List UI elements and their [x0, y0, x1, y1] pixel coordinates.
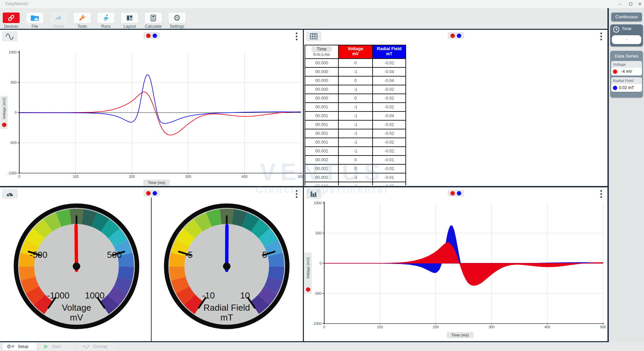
panel-menu-button[interactable] [599, 190, 603, 198]
bar-chart-icon [309, 190, 318, 198]
svg-text:400: 400 [544, 325, 550, 329]
svg-text:10: 10 [240, 290, 250, 301]
share-button[interactable]: Share [47, 13, 70, 29]
area-graph-plot-area[interactable]: 10005000-500-10000100200300400500 [304, 187, 607, 341]
table-cell: 00.001 [305, 112, 339, 121]
layout-button[interactable]: Layout [118, 13, 141, 29]
overlay-button[interactable]: Overlay [78, 343, 116, 350]
setup-button[interactable]: ⚙⚙ Setup [3, 343, 37, 350]
table-cell: 00.001 [305, 129, 339, 138]
panel-data-table: Timeh:m:s.msVoltagemVRadial FieldmT00.00… [304, 30, 607, 186]
data-series-item-voltage[interactable]: Voltage -4 mV [611, 61, 642, 76]
table-cell: 0 [339, 165, 373, 173]
graph-type-button[interactable] [2, 31, 18, 41]
svg-text:500: 500 [600, 325, 606, 329]
table-cell: -0.02 [373, 103, 405, 112]
table-row: 00.0020-0.02 [305, 165, 405, 173]
runs-label: Runs [94, 24, 118, 29]
table-column-time-header[interactable]: Timeh:m:s.ms [305, 45, 339, 59]
voltage-series-dot-icon [146, 34, 151, 38]
maximize-button[interactable] [625, 0, 636, 8]
devices-label: Devices [0, 24, 23, 29]
table-cell: 00.001 [305, 121, 339, 129]
svg-text:-500: -500 [9, 141, 17, 145]
table-row: 00.002-1-0.01 [305, 173, 405, 182]
table-column-radial-field-header[interactable]: Radial FieldmT [373, 45, 405, 59]
table-row: 00.0000-0.02 [305, 94, 405, 103]
y-axis-title: Voltage (mV) [0, 96, 8, 129]
panel-menu-button[interactable] [295, 33, 298, 40]
radial-field-series-dot-icon [457, 191, 461, 195]
table-cell: 00.000 [305, 68, 339, 77]
table-row: 00.0000-0.04 [305, 77, 405, 85]
svg-text:500: 500 [315, 231, 321, 235]
svg-text:300: 300 [185, 174, 191, 179]
bar-graph-type-button[interactable] [306, 189, 321, 199]
series-visibility-button[interactable] [448, 190, 464, 197]
panel-menu-button[interactable] [599, 33, 603, 40]
gauge-radial-field: -55-1010Radial FieldmT [166, 206, 287, 327]
minimize-button[interactable]: – [615, 0, 625, 8]
svg-text:500: 500 [107, 250, 121, 260]
table-row: 00.001-1-0.02 [305, 129, 405, 138]
table-cell: -0.02 [373, 147, 405, 156]
table-cell: 00.000 [305, 59, 339, 68]
data-series-card: Data Series Voltage -4 mV Radial Field 0… [610, 51, 643, 98]
layout-icon [121, 13, 138, 23]
folder-cloud-icon [26, 13, 43, 23]
table-cell: -0.04 [373, 112, 405, 121]
table-header-row: Timeh:m:s.msVoltagemVRadial FieldmT [305, 45, 405, 59]
data-series-item-radial-field[interactable]: Radial Field 0.02 mT [611, 77, 642, 92]
table-cell: -1 [339, 129, 373, 138]
table-cell: -1 [339, 182, 373, 185]
table-cell: -1 [339, 103, 373, 112]
runs-button[interactable]: Runs [94, 13, 118, 29]
series-visibility-button[interactable] [448, 32, 464, 39]
statusbar: ⚙⚙ Setup Start Overlay [0, 342, 644, 351]
continuous-mode-button[interactable]: Continuous [611, 13, 642, 21]
series-area-voltage [324, 243, 603, 286]
table-type-button[interactable] [306, 31, 321, 41]
table-cell: -0.02 [373, 94, 405, 103]
gauge-type-button[interactable] [2, 189, 18, 199]
file-button[interactable]: File [23, 13, 47, 29]
table-cell: -1 [339, 121, 373, 129]
table-row: 00.0000-0.02 [305, 59, 405, 68]
table-cell: 00.003 [305, 182, 339, 185]
table-cell: -1 [339, 85, 373, 94]
svg-text:100: 100 [73, 174, 79, 179]
svg-text:1000: 1000 [314, 201, 322, 205]
table-cell: 00.001 [305, 103, 339, 112]
svg-text:1000: 1000 [9, 50, 17, 54]
table-row: 00.000-1-0.04 [305, 68, 405, 77]
close-button[interactable]: ✕ [635, 0, 644, 8]
panel-menu-button[interactable] [295, 190, 298, 198]
series-visibility-button[interactable] [143, 190, 160, 197]
svg-text:mT: mT [220, 312, 233, 323]
start-button[interactable]: Start [39, 343, 75, 350]
svg-text:100: 100 [377, 325, 383, 329]
series-visibility-button[interactable] [143, 32, 160, 39]
table-column-voltage-header[interactable]: VoltagemV [339, 45, 373, 59]
calculate-button[interactable]: Calculate [141, 13, 165, 29]
devices-button[interactable]: Devices [0, 13, 23, 29]
settings-button[interactable]: ⚙Settings [165, 13, 189, 29]
overlay-sine-icon [82, 344, 90, 349]
table-cell: -0.02 [373, 59, 405, 68]
panel-gauges: -500500-10001000VoltagemV-55-1010Radial … [0, 187, 303, 341]
voltage-series-dot-icon [450, 191, 455, 195]
line-graph-plot-area[interactable]: 10005000-500-10000100200300400500 [0, 30, 303, 186]
gauge-meter-icon [5, 190, 14, 198]
table-row: 00.001-1-0.02 [305, 121, 405, 129]
calculator-icon [145, 13, 162, 23]
svg-text:0: 0 [323, 325, 325, 329]
tools-button[interactable]: Tools [70, 13, 94, 29]
data-series-title: Data Series [610, 54, 643, 59]
table-cell: 00.000 [305, 85, 339, 94]
time-card: Time - [610, 24, 643, 46]
table-cell: -0.02 [373, 165, 405, 173]
radial-field-series-dot-icon [153, 34, 157, 38]
svg-text:Voltage: Voltage [62, 303, 91, 313]
svg-text:-1000: -1000 [7, 171, 17, 175]
svg-text:mV: mV [70, 312, 84, 323]
